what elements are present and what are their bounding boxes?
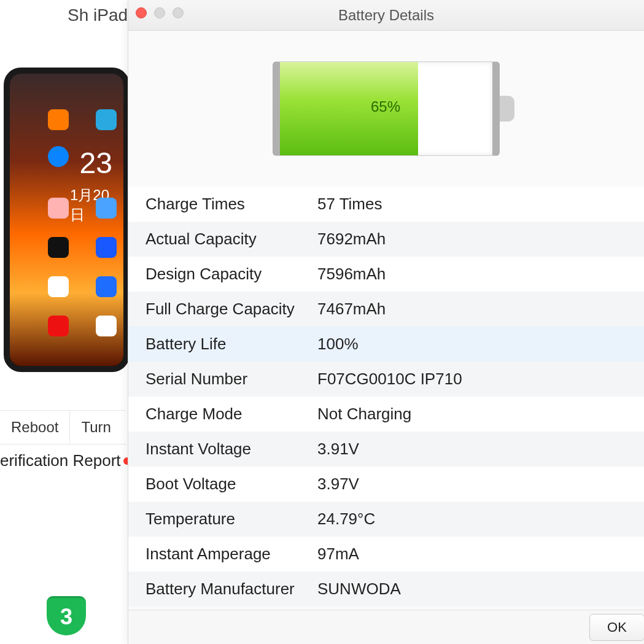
minimize-icon[interactable]: [154, 7, 165, 18]
dialog-footer: OK: [128, 610, 644, 644]
row-value: Not Charging: [317, 405, 644, 424]
battery-details-table: Charge Times57 TimesActual Capacity7692m…: [128, 187, 644, 607]
row-label: Instant Voltage: [145, 440, 317, 459]
table-row: Temperature24.79°C: [128, 502, 644, 537]
app-icon: [96, 276, 117, 297]
row-label: Battery Life: [145, 335, 317, 354]
row-label: Design Capacity: [145, 265, 317, 284]
table-row: Instant Voltage3.91V: [128, 432, 644, 467]
row-value: F07CG0010C IP710: [317, 370, 644, 389]
row-label: Charge Times: [145, 195, 317, 214]
verification-report-tab[interactable]: erification Report: [0, 451, 131, 470]
battery-details-window: Battery Details 65% Charge Times57 Times…: [128, 0, 644, 644]
app-icon: [48, 237, 69, 258]
app-icon: [96, 237, 117, 258]
row-value: 3.91V: [317, 440, 644, 459]
row-value: 57 Times: [317, 195, 644, 214]
window-title: Battery Details: [338, 7, 434, 24]
table-row: Instant Amperage97mA: [128, 537, 644, 572]
close-icon[interactable]: [136, 7, 147, 18]
row-value: 7596mAh: [317, 265, 644, 284]
maximize-icon[interactable]: [173, 7, 184, 18]
row-value: 97mA: [317, 545, 644, 564]
app-icon: [48, 316, 69, 336]
row-label: Battery Manufacturer: [145, 580, 317, 599]
app-logo-icon: 3: [47, 596, 86, 635]
battery-percent-label: 65%: [371, 98, 400, 115]
table-row: Serial NumberF07CG0010C IP710: [128, 362, 644, 397]
device-actions-bar: Reboot Turn: [0, 410, 126, 444]
table-row: Design Capacity7596mAh: [128, 257, 644, 292]
app-icon: [96, 198, 117, 219]
row-value: 100%: [317, 335, 644, 354]
app-icon: [96, 316, 117, 336]
app-icon: [48, 146, 69, 167]
row-label: Temperature: [145, 510, 317, 529]
battery-tip-icon: [500, 96, 514, 122]
table-row: Full Charge Capacity7467mAh: [128, 292, 644, 327]
ok-button[interactable]: OK: [589, 614, 644, 641]
turn-button[interactable]: Turn: [70, 411, 122, 444]
row-value: 7467mAh: [317, 300, 644, 319]
device-clock: 23: [80, 146, 112, 180]
row-value: 24.79°C: [317, 510, 644, 529]
row-label: Boot Voltage: [145, 475, 317, 494]
table-row: Battery Life100%: [128, 327, 644, 362]
row-value: 3.97V: [317, 475, 644, 494]
row-label: Full Charge Capacity: [145, 300, 317, 319]
table-row: Charge ModeNot Charging: [128, 397, 644, 432]
app-icon: [48, 109, 69, 130]
row-label: Instant Amperage: [145, 545, 317, 564]
row-label: Charge Mode: [145, 405, 317, 424]
verification-report-label: erification Report: [0, 451, 121, 470]
row-value: 7692mAh: [317, 230, 644, 249]
app-logo-text: 3: [60, 604, 72, 630]
reboot-button[interactable]: Reboot: [0, 411, 70, 444]
row-label: Actual Capacity: [145, 230, 317, 249]
row-value: SUNWODA: [317, 580, 644, 599]
table-row: Boot Voltage3.97V: [128, 467, 644, 502]
app-icon: [96, 109, 117, 130]
device-preview: 23 1月20日: [4, 68, 130, 372]
row-label: Serial Number: [145, 370, 317, 389]
app-icon: [48, 276, 69, 297]
table-row: Battery ManufacturerSUNWODA: [128, 572, 644, 607]
titlebar: Battery Details: [128, 0, 644, 31]
table-row: Charge Times57 Times: [128, 187, 644, 222]
table-row: Actual Capacity7692mAh: [128, 222, 644, 257]
battery-graphic: 65%: [128, 31, 644, 187]
app-icon: [48, 198, 69, 219]
